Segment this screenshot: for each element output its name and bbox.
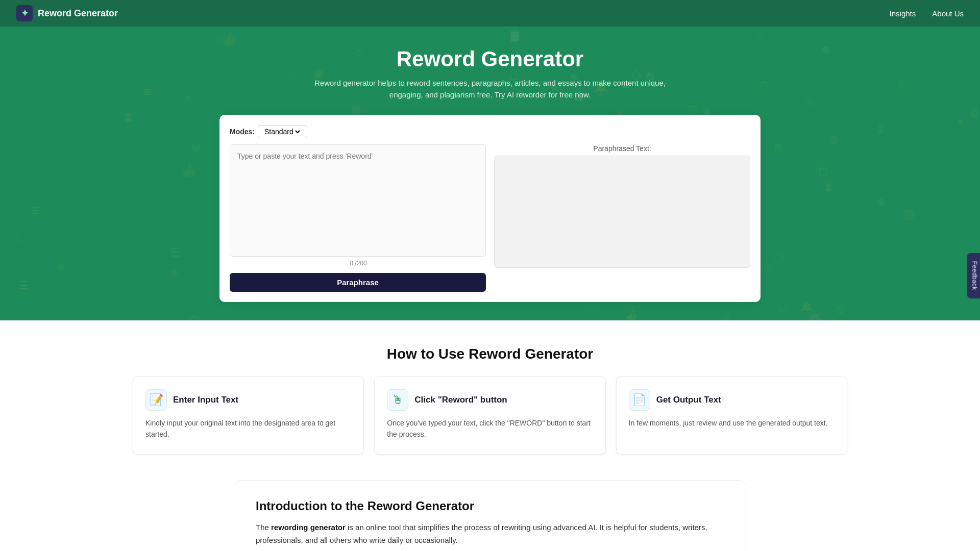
step-icon-3: 📄 bbox=[629, 389, 650, 411]
bg-icon: 📋 bbox=[507, 29, 522, 43]
step-desc-2: Once you've typed your text, click the "… bbox=[387, 418, 593, 440]
hero-content: Reword Generator Reword generator helps … bbox=[10, 47, 970, 302]
output-panel: Paraphrased Text: bbox=[494, 144, 750, 292]
bg-icon: ⚙ bbox=[969, 107, 979, 120]
brand-link[interactable]: ✦ Reword Generator bbox=[16, 5, 118, 21]
how-to-section: How to Use Reword Generator 📝 Enter Inpu… bbox=[0, 320, 980, 470]
output-area bbox=[494, 156, 750, 268]
intro-section: Introduction to the Reword Generator The… bbox=[235, 480, 745, 551]
bg-icon: ⬡ bbox=[189, 313, 200, 320]
paraphrased-label: Paraphrased Text: bbox=[494, 144, 750, 153]
char-count: 0 /200 bbox=[230, 260, 486, 267]
step-icon-1: 📝 bbox=[145, 389, 167, 411]
modes-row: Modes: Standard Fluency Creative Formal bbox=[230, 125, 750, 138]
paraphrase-button[interactable]: Paraphrase bbox=[230, 273, 486, 292]
intro-bold-1: rewording generator bbox=[271, 523, 346, 532]
step-title-1: Enter Input Text bbox=[173, 395, 238, 405]
nav-links: Insights About Us bbox=[890, 9, 964, 18]
input-panel: 0 /200 Paraphrase bbox=[230, 144, 486, 292]
intro-title: Introduction to the Reword Generator bbox=[256, 499, 724, 513]
input-textarea[interactable] bbox=[230, 144, 486, 257]
bg-icon: 👍 bbox=[625, 309, 638, 320]
brand-name: Reword Generator bbox=[38, 8, 118, 19]
nav-insights-link[interactable]: Insights bbox=[890, 9, 916, 18]
step-icon-row-2: 🖱 Click "Reword" button bbox=[387, 389, 593, 411]
step-icon-row-3: 📄 Get Output Text bbox=[629, 389, 835, 411]
bg-icon: 👍 bbox=[222, 32, 237, 46]
logo-icon: ✦ bbox=[16, 5, 33, 21]
intro-para-1: The rewording generator is an online too… bbox=[256, 521, 724, 547]
step-card-2: 🖱 Click "Reword" button Once you've type… bbox=[374, 377, 605, 455]
bg-icon: ◇ bbox=[756, 31, 763, 41]
bg-icon: 🔔 bbox=[800, 301, 814, 313]
bg-icon: ⚙ bbox=[723, 313, 731, 320]
bg-icon: ◎ bbox=[836, 303, 845, 314]
step-card-3: 📄 Get Output Text In few moments, just r… bbox=[616, 377, 847, 455]
steps-grid: 📝 Enter Input Text Kindly input your ori… bbox=[133, 377, 847, 455]
hero-title: Reword Generator bbox=[10, 47, 970, 71]
hero-subtitle: Reword generator helps to reword sentenc… bbox=[311, 78, 669, 101]
modes-select[interactable]: Standard Fluency Creative Formal bbox=[262, 127, 302, 136]
char-max: 200 bbox=[357, 260, 367, 267]
bg-icon: ◇ bbox=[585, 304, 593, 315]
bg-icon: ⚙ bbox=[214, 32, 225, 46]
modes-dropdown[interactable]: Standard Fluency Creative Formal bbox=[258, 125, 307, 138]
step-icon-2: 🖱 bbox=[387, 389, 408, 411]
how-to-title: How to Use Reword Generator bbox=[16, 346, 964, 362]
step-desc-3: In few moments, just review and use the … bbox=[629, 418, 835, 429]
step-icon-row-1: 📝 Enter Input Text bbox=[145, 389, 351, 411]
nav-about-link[interactable]: About Us bbox=[932, 9, 964, 18]
text-panels: 0 /200 Paraphrase Paraphrased Text: bbox=[230, 144, 750, 292]
tool-card: Modes: Standard Fluency Creative Formal … bbox=[219, 115, 761, 302]
step-card-1: 📝 Enter Input Text Kindly input your ori… bbox=[133, 377, 364, 455]
step-desc-1: Kindly input your original text into the… bbox=[145, 418, 351, 440]
bg-icon: 🎯 bbox=[808, 312, 823, 320]
navbar: ✦ Reword Generator Insights About Us bbox=[0, 0, 980, 27]
char-current: 0 bbox=[350, 260, 353, 267]
step-title-2: Click "Reword" button bbox=[414, 395, 507, 405]
feedback-tab[interactable]: Feedback bbox=[968, 253, 980, 298]
step-title-3: Get Output Text bbox=[656, 395, 721, 405]
hero-section: ☰⏳🔍□◎☆★⚙▣👍📋🔔🎯✦⬡△◇⊞⊕☰⏳🔍□◎☆★⚙▣👍📋🔔🎯✦⬡△◇⊞⊕☰⏳… bbox=[0, 27, 980, 320]
modes-label: Modes: bbox=[230, 128, 255, 136]
